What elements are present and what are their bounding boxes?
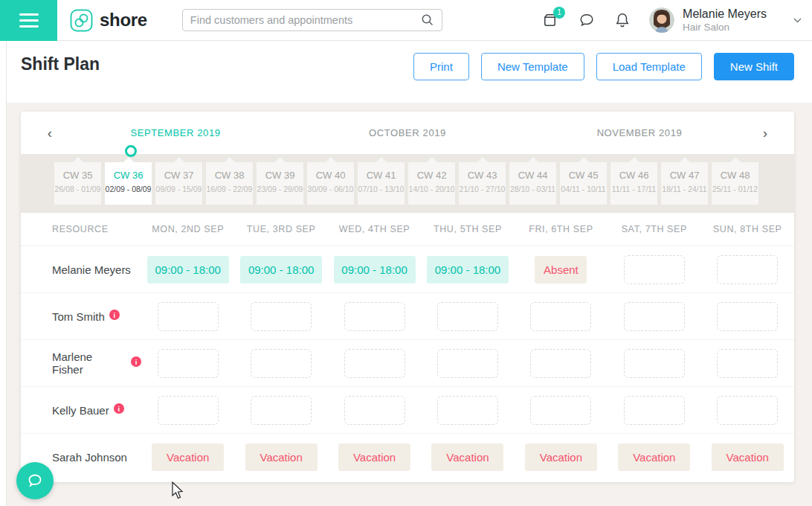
- shift-cell-empty[interactable]: [251, 302, 312, 331]
- shift-cell-empty[interactable]: [158, 349, 219, 378]
- day-column: [515, 302, 608, 331]
- support-chat-button[interactable]: [16, 462, 54, 499]
- day-column: [421, 302, 514, 331]
- chat-icon[interactable]: [579, 12, 595, 28]
- shift-cell-empty[interactable]: [530, 302, 591, 331]
- search-icon[interactable]: [418, 13, 442, 27]
- week-tab-cw40[interactable]: CW 4030/09 - 06/10: [307, 162, 354, 205]
- shift-cell-empty[interactable]: [530, 349, 591, 378]
- shift-cell-vacation[interactable]: Vacation: [712, 443, 784, 471]
- shift-cell-vacation[interactable]: Vacation: [525, 443, 597, 471]
- info-icon[interactable]: i: [114, 403, 124, 414]
- new-template-button[interactable]: New Template: [481, 53, 584, 80]
- schedule-row: Marlene Fisheri: [21, 340, 794, 387]
- hamburger-menu-button[interactable]: [0, 0, 57, 41]
- week-tab-label: CW 38: [206, 170, 253, 181]
- print-button[interactable]: Print: [413, 53, 469, 80]
- info-icon[interactable]: i: [131, 356, 141, 367]
- shift-cell-shift[interactable]: 09:00 - 18:00: [147, 256, 229, 284]
- week-tab-cw44[interactable]: CW 4428/10 - 03/11: [509, 162, 556, 205]
- week-tab-label: CW 44: [509, 170, 556, 181]
- shift-cell-empty[interactable]: [344, 349, 405, 378]
- week-tab-cw35[interactable]: CW 3526/08 - 01/09: [54, 162, 101, 205]
- day-column: 09:00 - 18:00: [141, 256, 234, 284]
- schedule-header-row: RESOURCE MON, 2ND SEP TUE, 3RD SEP WED, …: [21, 213, 794, 246]
- shift-cell-empty[interactable]: [624, 302, 685, 331]
- week-tab-range: 07/10 - 13/10: [358, 185, 405, 193]
- load-template-button[interactable]: Load Template: [596, 53, 702, 80]
- day-column: [328, 302, 421, 331]
- shift-cell-empty[interactable]: [717, 349, 778, 378]
- new-shift-button[interactable]: New Shift: [714, 53, 794, 80]
- shift-cell-empty[interactable]: [717, 255, 778, 284]
- week-tab-label: CW 41: [358, 170, 405, 181]
- shift-cell-empty[interactable]: [251, 396, 312, 425]
- day-column: [701, 302, 794, 331]
- shift-cell-empty[interactable]: [158, 302, 219, 331]
- shift-plan-card: ‹ SEPTEMBER 2019 OCTOBER 2019 NOVEMBER 2…: [21, 112, 794, 482]
- shore-logo[interactable]: shore: [70, 9, 147, 32]
- week-tab-cw43[interactable]: CW 4321/10 - 27/10: [459, 162, 506, 205]
- week-tab-range: 14/10 - 20/10: [408, 185, 455, 193]
- shift-cell-empty[interactable]: [344, 302, 405, 331]
- week-tab-label: CW 37: [155, 170, 202, 181]
- chevron-down-icon[interactable]: [793, 18, 802, 23]
- shift-cell-empty[interactable]: [437, 302, 498, 331]
- shift-cell-empty[interactable]: [717, 302, 778, 331]
- month-label-october[interactable]: OCTOBER 2019: [291, 127, 523, 138]
- bell-icon[interactable]: [615, 12, 630, 28]
- shift-cell-vacation[interactable]: Vacation: [338, 443, 410, 471]
- shift-cell-absent[interactable]: Absent: [535, 256, 587, 284]
- shift-cell-empty[interactable]: [624, 349, 685, 378]
- week-tab-cw42[interactable]: CW 4214/10 - 20/10: [408, 162, 455, 205]
- info-icon[interactable]: i: [109, 310, 120, 320]
- day-column: [328, 349, 421, 378]
- week-tab-range: 26/08 - 01/09: [54, 185, 101, 193]
- week-tab-cw47[interactable]: CW 4718/11 - 24/11: [661, 162, 708, 205]
- shift-cell-vacation[interactable]: Vacation: [618, 443, 690, 471]
- shift-cell-empty[interactable]: [624, 255, 685, 284]
- user-avatar[interactable]: [649, 7, 674, 33]
- week-tab-cw37[interactable]: CW 3709/09 - 15/09: [155, 162, 202, 205]
- shift-cell-empty[interactable]: [158, 396, 219, 425]
- week-tab-range: 30/09 - 06/10: [307, 185, 354, 193]
- column-header-wed: WED, 4TH SEP: [328, 224, 421, 234]
- user-menu[interactable]: Melanie Meyers Hair Salon: [683, 7, 767, 34]
- month-label-november[interactable]: NOVEMBER 2019: [523, 127, 755, 138]
- week-tab-cw48[interactable]: CW 4825/11 - 01/12: [712, 162, 758, 205]
- shift-cell-shift[interactable]: 09:00 - 18:00: [334, 256, 416, 284]
- global-search[interactable]: [182, 9, 442, 31]
- shift-cell-empty[interactable]: [530, 396, 591, 425]
- column-header-sun: SUN, 8TH SEP: [701, 224, 794, 234]
- week-tab-cw45[interactable]: CW 4504/11 - 10/11: [560, 162, 607, 205]
- shift-cell-empty[interactable]: [717, 396, 778, 425]
- shift-cell-vacation[interactable]: Vacation: [152, 443, 224, 471]
- shift-cell-empty[interactable]: [251, 349, 312, 378]
- shift-cell-shift[interactable]: 09:00 - 18:00: [240, 256, 322, 284]
- search-input[interactable]: [183, 14, 418, 26]
- shift-cell-empty[interactable]: [437, 396, 498, 425]
- week-tab-cw41[interactable]: CW 4107/10 - 13/10: [358, 162, 405, 205]
- shift-cell-shift[interactable]: 09:00 - 18:00: [427, 256, 509, 284]
- shift-cell-vacation[interactable]: Vacation: [245, 443, 318, 471]
- next-arrow-icon[interactable]: ›: [755, 125, 775, 141]
- resource-cell: Tom Smithi: [21, 310, 141, 323]
- week-tab-cw39[interactable]: CW 3923/09 - 29/09: [257, 162, 303, 205]
- month-label-september[interactable]: SEPTEMBER 2019: [59, 127, 291, 138]
- shift-cell-empty[interactable]: [437, 349, 498, 378]
- day-column: [234, 396, 327, 425]
- week-tab-cw38[interactable]: CW 3816/09 - 22/09: [206, 162, 253, 205]
- week-tab-cw36[interactable]: CW 3602/09 - 08/09: [105, 162, 152, 205]
- shift-cell-empty[interactable]: [624, 396, 685, 425]
- prev-arrow-icon[interactable]: ‹: [40, 125, 59, 141]
- week-tab-range: 23/09 - 29/09: [257, 185, 303, 193]
- resource-cell: Melanie Meyers: [21, 263, 141, 276]
- day-column: Vacation: [701, 443, 794, 471]
- shift-cell-vacation[interactable]: Vacation: [431, 443, 503, 471]
- week-tab-cw46[interactable]: CW 4611/11 - 17/11: [610, 162, 657, 205]
- shift-cell-empty[interactable]: [344, 396, 405, 425]
- day-column: [701, 255, 794, 284]
- bookings-icon[interactable]: 1: [541, 12, 558, 29]
- day-column: Absent: [515, 256, 608, 284]
- week-tab-strip: CW 3526/08 - 01/09CW 3602/09 - 08/09CW 3…: [21, 154, 794, 213]
